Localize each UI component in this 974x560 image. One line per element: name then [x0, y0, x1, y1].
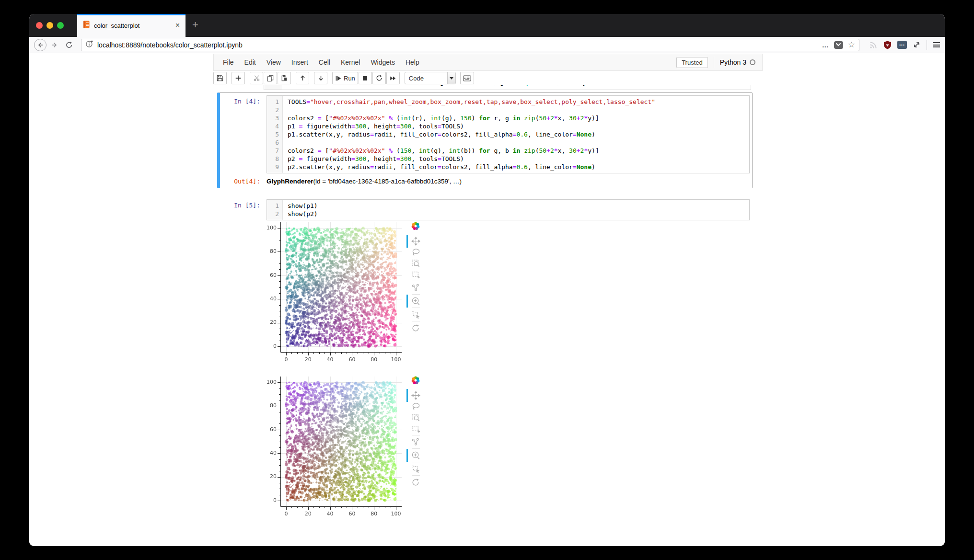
- input-prompt: In [5]:: [220, 197, 267, 220]
- browser-tab[interactable]: color_scatterplot ×: [77, 14, 186, 37]
- box-zoom-tool-button[interactable]: [410, 258, 421, 268]
- jupyter-notebook-page: FileEditViewInsertCellKernelWidgetsHelp …: [29, 53, 945, 546]
- menu-widgets[interactable]: Widgets: [365, 58, 400, 66]
- toolbar-divider: [412, 475, 420, 476]
- code-line: p2.scatter(x,y, radius=radii, fill_color…: [288, 163, 655, 171]
- rss-icon[interactable]: [869, 41, 878, 49]
- line-number: 6: [267, 138, 279, 147]
- wheel-zoom-tool-button[interactable]: [410, 450, 421, 460]
- insert-cell-below-button[interactable]: [232, 72, 245, 84]
- line-number: 1: [267, 202, 279, 210]
- bookmark-star-icon[interactable]: ☆: [848, 40, 855, 50]
- new-tab-button[interactable]: +: [192, 19, 198, 31]
- scatter-plot-canvas: [267, 376, 403, 519]
- url-bar[interactable]: localhost:8889/notebooks/color_scatterpl…: [81, 39, 859, 51]
- chevron-down-icon[interactable]: [447, 72, 455, 84]
- run-all-button[interactable]: [386, 72, 400, 84]
- close-tab-icon[interactable]: ×: [174, 22, 181, 29]
- reset-tool-button[interactable]: [410, 323, 421, 333]
- box-select-tool-button[interactable]: [410, 269, 421, 279]
- menu-help[interactable]: Help: [400, 58, 425, 66]
- trusted-button[interactable]: Trusted: [676, 57, 708, 68]
- lasso-select-tool-button[interactable]: [410, 247, 421, 257]
- window-controls: [29, 22, 64, 29]
- code-input-area[interactable]: 12 show(p1)show(p2): [267, 199, 750, 220]
- tap-tool-button[interactable]: [410, 309, 421, 320]
- extension-icon[interactable]: •••: [897, 41, 907, 49]
- move-cell-up-button[interactable]: [296, 72, 309, 84]
- line-numbers: 12: [267, 200, 283, 220]
- move-cell-down-button[interactable]: [314, 72, 327, 84]
- paste-icon: [281, 75, 288, 81]
- cut-cells-button[interactable]: [250, 72, 263, 84]
- toolbar-divider: [412, 308, 420, 308]
- pan-tool-button[interactable]: [410, 390, 421, 400]
- tap-tool-button[interactable]: [410, 464, 421, 474]
- scatter-plot-canvas: [267, 221, 403, 365]
- bokeh-scatter-plot-2: [267, 376, 426, 522]
- back-button[interactable]: [34, 39, 46, 51]
- fullscreen-icon[interactable]: [913, 41, 921, 49]
- code-cell-in4[interactable]: In [4]: 123456789 TOOLS="hover,crosshair…: [217, 92, 753, 188]
- menu-insert[interactable]: Insert: [286, 58, 313, 66]
- wheel-zoom-tool-button[interactable]: [410, 296, 421, 306]
- site-info-icon[interactable]: [85, 40, 93, 50]
- save-notebook-button[interactable]: [213, 72, 227, 84]
- active-tab-indicator: [77, 14, 186, 15]
- toolbar-divider: [412, 435, 420, 435]
- restart-kernel-button[interactable]: [372, 72, 386, 84]
- command-palette-button[interactable]: [460, 72, 474, 84]
- poly-select-tool-button[interactable]: [410, 437, 421, 447]
- menu-file[interactable]: File: [218, 58, 239, 66]
- bokeh-logo-icon[interactable]: [411, 376, 420, 387]
- code-input-area[interactable]: 123456789 TOOLS="hover,crosshair,pan,whe…: [267, 95, 750, 173]
- line-number: 8: [267, 155, 279, 163]
- browser-navigation-bar: localhost:8889/notebooks/color_scatterpl…: [29, 37, 945, 53]
- page-actions-icon[interactable]: …: [822, 41, 829, 49]
- output-prompt: Out[4]:: [220, 176, 267, 185]
- poly-select-tool-button[interactable]: [410, 283, 421, 293]
- menu-edit[interactable]: Edit: [239, 58, 261, 66]
- menu-kernel[interactable]: Kernel: [336, 58, 365, 66]
- box-zoom-tool-button[interactable]: [410, 412, 421, 423]
- box-select-tool-button[interactable]: [410, 423, 421, 434]
- code-lines[interactable]: show(p1)show(p2): [283, 202, 318, 218]
- run-button[interactable]: Run: [332, 72, 358, 84]
- refresh-button[interactable]: [63, 39, 75, 51]
- menu-cell[interactable]: Cell: [313, 58, 336, 66]
- bokeh-logo-icon[interactable]: [411, 221, 420, 233]
- bokeh-toolbar: [407, 221, 424, 333]
- code-line: p1.scatter(x,y, radius=radii, fill_color…: [288, 130, 655, 138]
- notebook-file-icon: [83, 21, 90, 30]
- close-window-button[interactable]: [36, 22, 43, 29]
- menu-list: FileEditViewInsertCellKernelWidgetsHelp: [214, 58, 425, 66]
- pocket-icon[interactable]: [834, 41, 843, 49]
- bokeh-scatter-plot-1: [267, 221, 426, 368]
- paste-cells-button[interactable]: [278, 72, 291, 84]
- forward-button[interactable]: [48, 39, 61, 51]
- interrupt-kernel-button[interactable]: [359, 72, 372, 84]
- menu-view[interactable]: View: [261, 58, 286, 66]
- run-label: Run: [344, 75, 355, 82]
- minimize-window-button[interactable]: [46, 22, 53, 29]
- up-icon: [300, 75, 306, 81]
- input-prompt: In [4]:: [220, 93, 267, 173]
- pan-tool-button[interactable]: [410, 236, 421, 246]
- code-line: p1 = figure(width=300, height=300, tools…: [288, 122, 655, 130]
- url-text[interactable]: localhost:8889/notebooks/color_scatterpl…: [97, 41, 817, 49]
- lasso-select-tool-button[interactable]: [410, 401, 421, 411]
- cut-icon: [253, 75, 260, 81]
- code-lines[interactable]: TOOLS="hover,crosshair,pan,wheel_zoom,bo…: [283, 98, 655, 171]
- kernel-name: Python 3: [720, 58, 746, 66]
- reset-tool-button[interactable]: [410, 477, 421, 487]
- zoom-window-button[interactable]: [57, 22, 64, 29]
- line-number: 9: [267, 163, 279, 171]
- cell-type-select[interactable]: Code: [405, 72, 456, 84]
- menu-icon[interactable]: [933, 42, 940, 47]
- copy-cells-button[interactable]: [264, 72, 277, 84]
- ublock-icon[interactable]: [883, 41, 892, 49]
- code-line: colors2 = ["#%02x%02x%02x" % (150, int(g…: [288, 147, 655, 155]
- toolbar-divider: [412, 281, 420, 281]
- code-cell-in5[interactable]: In [5]: 12 show(p1)show(p2): [217, 196, 753, 221]
- code-line: [288, 138, 655, 147]
